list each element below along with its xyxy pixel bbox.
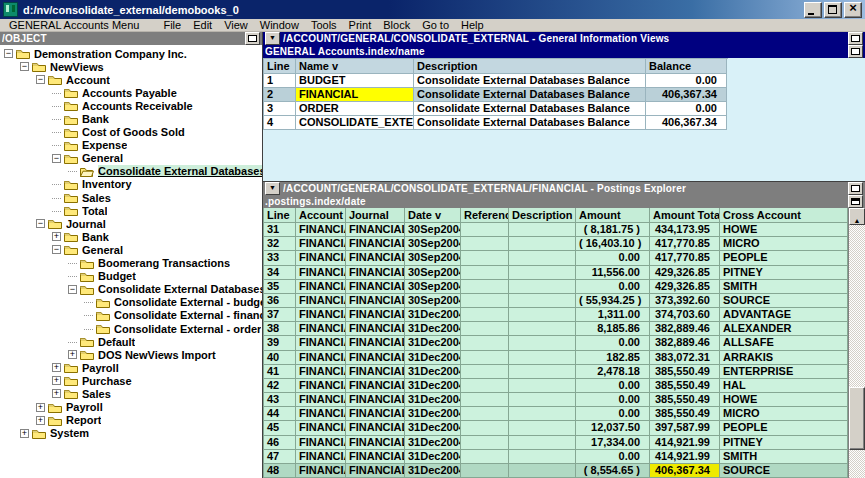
cell-cross_account[interactable]: ALLSAFE [720,336,848,350]
cell-line[interactable]: 32 [264,237,296,251]
cell-amount_total[interactable]: 374,703.60 [650,308,720,322]
cell-description[interactable]: Consolidate External Databases Balance [414,74,646,88]
table-row[interactable]: 40FINANCIALFINANCIAL31Dec2004182.85383,0… [264,351,848,365]
cell-line[interactable]: 37 [264,308,296,322]
postings-panel-view-icon[interactable] [848,195,863,208]
maximize-button[interactable] [824,2,842,18]
cell-cross_account[interactable]: PITNEY [720,266,848,280]
cell-balance[interactable]: 0.00 [646,102,727,116]
cell-amount_total[interactable]: 382,889.46 [650,336,720,350]
tree-node-dos-newviews-import[interactable]: +DOS NewViews Import [0,348,262,361]
table-row[interactable]: 45FINANCIALFINANCIAL31Dec200412,037.5039… [264,421,848,435]
cell-line[interactable]: 47 [264,450,296,464]
cell-reference[interactable] [461,450,509,464]
cell-reference[interactable] [461,365,509,379]
cell-line[interactable]: 35 [264,280,296,294]
column-header-name[interactable]: Name v [296,59,414,74]
tree-node-default[interactable]: Default [0,335,262,348]
cell-journal[interactable]: FINANCIAL [346,266,405,280]
cell-amount_total[interactable]: 414,921.99 [650,436,720,450]
cell-amount_total[interactable]: 429,326.85 [650,280,720,294]
cell-reference[interactable] [461,393,509,407]
tree-node-payroll[interactable]: +Payroll [0,401,262,414]
cell-account[interactable]: FINANCIAL [296,379,346,393]
cell-amount_total[interactable]: 417,770.85 [650,237,720,251]
table-row[interactable]: 31FINANCIALFINANCIAL30Sep2004( 8,181.75 … [264,223,848,237]
cell-line[interactable]: 41 [264,365,296,379]
cell-date[interactable]: 31Dec2004 [405,436,461,450]
cell-line[interactable]: 2 [264,88,296,102]
cell-account[interactable]: FINANCIAL [296,336,346,350]
cell-journal[interactable]: FINANCIAL [346,251,405,265]
cell-cross_account[interactable]: HOWE [720,223,848,237]
cell-line[interactable]: 36 [264,294,296,308]
cell-amount[interactable]: 0.00 [576,280,650,294]
cell-reference[interactable] [461,322,509,336]
menu-item-edit[interactable]: Edit [187,19,218,31]
table-row[interactable]: 33FINANCIALFINANCIAL30Sep20040.00417,770… [264,251,848,265]
table-row[interactable]: 44FINANCIALFINANCIAL31Dec20040.00385,550… [264,407,848,421]
menu-item-window[interactable]: Window [254,19,305,31]
cell-amount[interactable]: ( 8,554.65 ) [576,464,650,478]
cell-cross_account[interactable]: ENTERPRISE [720,365,848,379]
close-button[interactable] [844,2,862,18]
cell-line[interactable]: 45 [264,421,296,435]
cell-amount_total[interactable]: 414,921.99 [650,450,720,464]
cell-reference[interactable] [461,407,509,421]
cell-description[interactable] [509,266,576,280]
tree-node-demonstration-company-inc-[interactable]: −Demonstration Company Inc. [0,47,262,60]
cell-amount[interactable]: 1,311.00 [576,308,650,322]
cell-account[interactable]: FINANCIAL [296,450,346,464]
table-row[interactable]: 47FINANCIALFINANCIAL31Dec20040.00414,921… [264,450,848,464]
tree-node-sales[interactable]: +Sales [0,387,262,400]
cell-journal[interactable]: FINANCIAL [346,464,405,478]
cell-description[interactable] [509,421,576,435]
cell-cross_account[interactable]: SMITH [720,280,848,294]
cell-reference[interactable] [461,336,509,350]
cell-amount_total[interactable]: 385,550.49 [650,365,720,379]
cell-journal[interactable]: FINANCIAL [346,393,405,407]
cell-account[interactable]: FINANCIAL [296,464,346,478]
cell-account[interactable]: FINANCIAL [296,421,346,435]
cell-date[interactable]: 30Sep2004 [405,237,461,251]
table-row[interactable]: 4CONSOLIDATE_EXTERNALConsolidate Externa… [264,116,728,130]
cell-cross_account[interactable]: HOWE [720,393,848,407]
column-header-account[interactable]: Account [296,208,346,223]
cell-reference[interactable] [461,251,509,265]
table-row[interactable]: 32FINANCIALFINANCIAL30Sep2004( 16,403.10… [264,237,848,251]
cell-account[interactable]: FINANCIAL [296,308,346,322]
cell-amount_total[interactable]: 385,550.49 [650,393,720,407]
vertical-scrollbar[interactable] [848,208,865,478]
cell-journal[interactable]: FINANCIAL [346,365,405,379]
tree-node-account[interactable]: −Account [0,73,262,86]
cell-amount_total[interactable]: 383,072.31 [650,351,720,365]
menu-item-block[interactable]: Block [377,19,416,31]
cell-date[interactable]: 31Dec2004 [405,393,461,407]
scrollbar-thumb[interactable] [849,387,865,450]
cell-journal[interactable]: FINANCIAL [346,280,405,294]
expand-icon[interactable]: + [36,403,45,412]
tree-node-total[interactable]: Total [0,204,262,217]
cell-cross_account[interactable]: SMITH [720,450,848,464]
cell-description[interactable]: Consolidate External Databases Balance [414,88,646,102]
cell-cross_account[interactable]: SOURCE [720,294,848,308]
menu-item-general-accounts-menu[interactable]: GENERAL Accounts Menu [3,19,145,31]
cell-amount[interactable]: 11,556.00 [576,266,650,280]
info-panel-restore-button[interactable] [848,32,863,45]
table-row[interactable]: 34FINANCIALFINANCIAL30Sep200411,556.0042… [264,266,848,280]
tree-node-accounts-payable[interactable]: Accounts Payable [0,86,262,99]
expand-icon[interactable]: + [52,389,61,398]
cell-account[interactable]: FINANCIAL [296,280,346,294]
cell-cross_account[interactable]: ARRAKIS [720,351,848,365]
collapse-icon[interactable]: − [4,49,13,58]
cell-reference[interactable] [461,436,509,450]
cell-reference[interactable] [461,294,509,308]
collapse-icon[interactable]: − [20,62,29,71]
menu-item-file[interactable]: File [157,19,187,31]
table-row[interactable]: 48FINANCIALFINANCIAL31Dec2004( 8,554.65 … [264,464,848,478]
cell-line[interactable]: 3 [264,102,296,116]
cell-amount[interactable]: 0.00 [576,336,650,350]
tree-node-boomerang-transactions[interactable]: Boomerang Transactions [0,257,262,270]
column-header-balance[interactable]: Balance [646,59,727,74]
collapse-icon[interactable]: − [36,75,45,84]
